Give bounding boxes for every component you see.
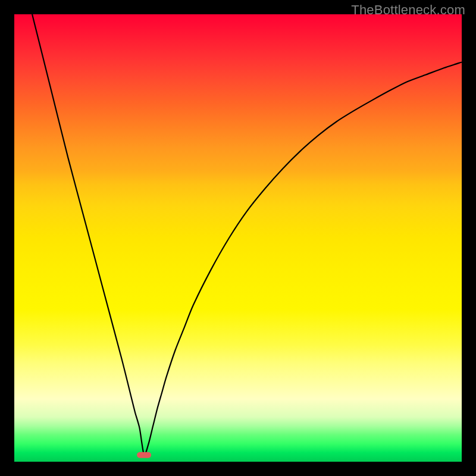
optimal-marker <box>137 452 151 458</box>
bottleneck-curve <box>32 14 462 455</box>
watermark: TheBottleneck.com <box>351 2 465 18</box>
plot-area <box>14 14 462 462</box>
chart-container: TheBottleneck.com <box>0 0 476 476</box>
svg-rect-0 <box>137 452 151 458</box>
curve-svg <box>14 14 462 462</box>
